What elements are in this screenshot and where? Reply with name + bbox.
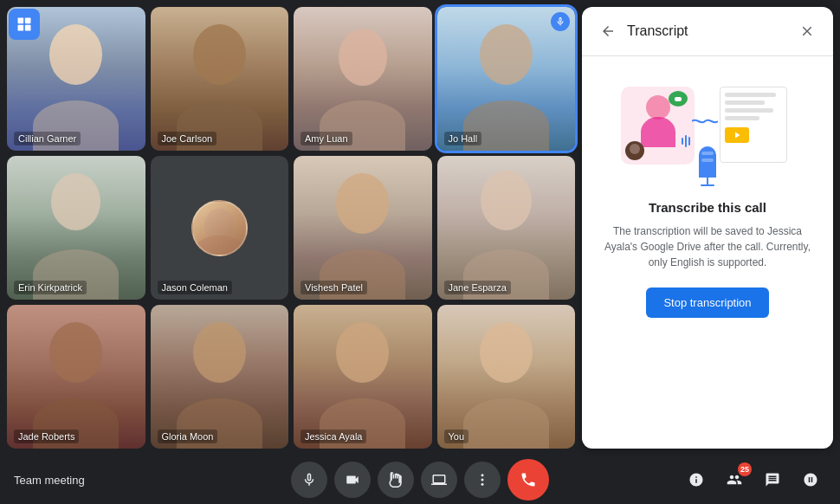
controls-right: 25 xyxy=(681,464,826,495)
transcript-heading: Transcribe this call xyxy=(649,200,766,215)
doc-play-icon xyxy=(725,127,749,143)
transcript-illustration xyxy=(621,74,794,186)
participant-avatar-6 xyxy=(191,200,248,256)
back-button[interactable] xyxy=(596,19,620,43)
transcript-header: Transcript xyxy=(582,7,833,56)
participant-tile-2[interactable]: Joe Carlson xyxy=(151,7,289,151)
video-grid: Cillian Garner Joe Carlson Amy Luan xyxy=(7,7,575,449)
participant-tile-8[interactable]: Jane Esparza xyxy=(437,156,576,300)
active-speaker-indicator xyxy=(551,12,570,31)
close-button[interactable] xyxy=(795,19,819,43)
screen-share-button[interactable] xyxy=(421,462,457,498)
svg-point-6 xyxy=(481,483,484,486)
participant-tile-9[interactable]: Jade Roberts xyxy=(7,305,145,449)
participant-name-6: Jason Coleman xyxy=(158,281,232,294)
bottom-bar: Team meeting xyxy=(0,456,840,504)
participant-name-10: Gloria Moon xyxy=(158,430,218,443)
participant-name-5: Erin Kirkpatrick xyxy=(14,281,87,294)
participant-name-4: Jo Hall xyxy=(444,132,482,145)
end-call-button[interactable] xyxy=(507,459,549,501)
participant-tile-12[interactable]: You xyxy=(437,305,576,449)
svg-point-4 xyxy=(481,474,484,476)
participant-tile-5[interactable]: Erin Kirkpatrick xyxy=(7,156,145,300)
mic-button[interactable] xyxy=(291,462,327,498)
transcript-title: Transcript xyxy=(627,23,795,39)
doc-illustration xyxy=(720,87,787,163)
participant-tile-11[interactable]: Jessica Ayala xyxy=(294,305,432,449)
participant-name-11: Jessica Ayala xyxy=(300,430,366,443)
participant-name-7: Vishesh Patel xyxy=(300,281,367,294)
participant-name-1: Cillian Garner xyxy=(14,132,81,145)
participant-tile-3[interactable]: Amy Luan xyxy=(294,7,432,151)
participant-name-9: Jade Roberts xyxy=(14,430,79,443)
participant-name-2: Joe Carlson xyxy=(158,132,217,145)
meeting-title: Team meeting xyxy=(14,474,100,487)
raise-hand-button[interactable] xyxy=(378,462,414,498)
chat-button[interactable] xyxy=(757,464,788,495)
transcript-panel: Transcript xyxy=(582,7,833,449)
participant-name-8: Jane Esparza xyxy=(444,281,511,294)
transcript-description: The transcription will be saved to Jessi… xyxy=(599,223,816,270)
participants-badge: 25 xyxy=(738,462,752,476)
participant-name-3: Amy Luan xyxy=(300,132,352,145)
controls-center xyxy=(291,459,549,501)
app-icon xyxy=(9,9,40,40)
activities-button[interactable] xyxy=(795,464,826,495)
svg-rect-0 xyxy=(18,18,24,24)
more-options-button[interactable] xyxy=(464,462,501,498)
video-grid-container: Cillian Garner Joe Carlson Amy Luan xyxy=(0,0,582,456)
meeting-info-button[interactable] xyxy=(681,464,712,495)
participant-tile-4[interactable]: Jo Hall xyxy=(437,7,576,151)
participants-button[interactable]: 25 xyxy=(719,464,750,495)
camera-button[interactable] xyxy=(334,462,371,498)
svg-point-5 xyxy=(481,479,484,481)
participant-tile-10[interactable]: Gloria Moon xyxy=(151,305,289,449)
transcript-body: Transcribe this call The transcription w… xyxy=(582,56,833,449)
participant-tile-7[interactable]: Vishesh Patel xyxy=(294,156,432,300)
stop-transcription-button[interactable]: Stop transcription xyxy=(646,288,768,318)
main-area: Cillian Garner Joe Carlson Amy Luan xyxy=(0,0,840,456)
svg-rect-1 xyxy=(25,18,31,24)
participant-tile-6[interactable]: Jason Coleman xyxy=(151,156,289,300)
svg-rect-2 xyxy=(18,25,24,31)
participant-name-12: You xyxy=(444,430,469,443)
svg-rect-3 xyxy=(25,25,31,31)
